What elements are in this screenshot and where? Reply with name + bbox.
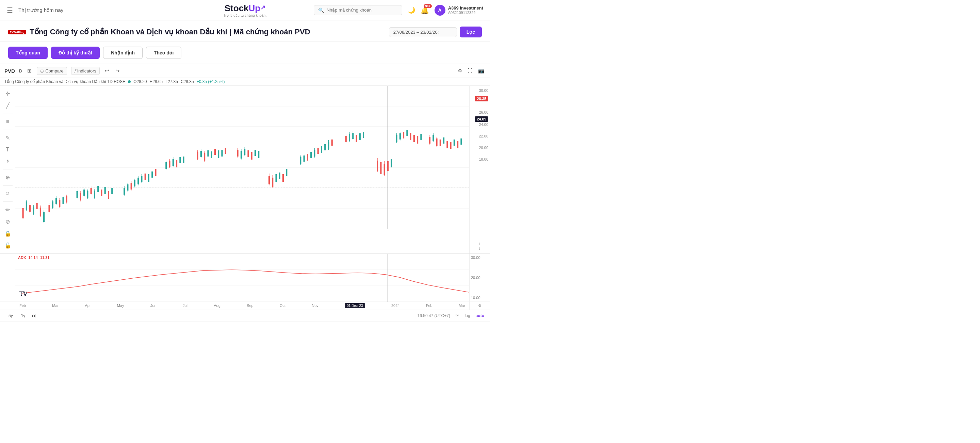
svg-rect-101 bbox=[279, 173, 280, 179]
tab-nhan-dinh[interactable]: Nhận định bbox=[103, 47, 143, 59]
tab-tong-quan[interactable]: Tổng quan bbox=[8, 47, 48, 59]
y-axis-20: 20.00 bbox=[479, 146, 488, 150]
notification-badge: 99+ bbox=[424, 4, 431, 8]
zoom-pct[interactable]: % bbox=[456, 313, 460, 318]
scale-auto[interactable]: auto bbox=[476, 313, 484, 318]
svg-rect-60 bbox=[155, 169, 156, 176]
tab-do-thi-ky-thuat[interactable]: Đồ thị kỹ thuật bbox=[51, 47, 100, 59]
x-may: May bbox=[117, 303, 124, 308]
plus-icon: ⊕ bbox=[40, 68, 44, 73]
chart-settings-icon[interactable]: ⚙ bbox=[478, 303, 482, 308]
svg-rect-155 bbox=[453, 140, 455, 146]
svg-rect-144 bbox=[417, 136, 418, 144]
emoji-tool[interactable]: ☺ bbox=[3, 189, 12, 199]
notification-button[interactable]: 🔔 99+ bbox=[421, 6, 429, 14]
pencil2-tool[interactable]: ✏ bbox=[3, 205, 12, 215]
chart-body[interactable] bbox=[15, 86, 469, 229]
time-1y-button[interactable]: 1y bbox=[18, 313, 28, 319]
chart-info-bar: Tổng Công ty cổ phần Khoan và Dịch vụ kh… bbox=[0, 78, 490, 86]
replay-icon[interactable]: ⏮ bbox=[30, 313, 36, 319]
svg-rect-151 bbox=[440, 140, 441, 146]
scale-log[interactable]: log bbox=[465, 313, 470, 318]
settings-icon[interactable]: ⚙ bbox=[457, 67, 463, 75]
tab-theo-doi[interactable]: Theo dõi bbox=[146, 47, 181, 59]
chart-interval[interactable]: D bbox=[19, 68, 22, 73]
svg-rect-152 bbox=[443, 137, 444, 144]
y-axis-22: 22.00 bbox=[479, 134, 488, 138]
user-info[interactable]: A A369 investment A032109112329 bbox=[434, 5, 483, 16]
chart-toolbar: PVD D ⊞ ⊕ Compare 𝑓 Indicators ↩ ↪ ⚙ ⛶ 📷 bbox=[0, 64, 490, 78]
crosshair-tool[interactable]: ✛ bbox=[3, 89, 12, 99]
filter-button[interactable]: Lọc bbox=[460, 27, 482, 37]
page-header: PVDrilling Tổng Công ty cổ phần Khoan và… bbox=[0, 21, 490, 42]
measure-tool[interactable]: ⌖ bbox=[4, 156, 11, 167]
compare-button[interactable]: ⊕ Compare bbox=[37, 67, 67, 75]
y-axis-30: 30.00 bbox=[479, 89, 488, 92]
adx-label: ADX 14 14 11.31 bbox=[18, 256, 49, 260]
y-axis-24: 24.00 bbox=[479, 122, 488, 127]
x-aug: Aug bbox=[214, 303, 221, 308]
svg-rect-91 bbox=[247, 150, 249, 157]
x-axis: Feb Mar Apr May Jun Jul Aug Sep Oct Nov … bbox=[15, 302, 469, 310]
price-down-icon[interactable]: ↓ bbox=[479, 246, 481, 251]
search-box[interactable]: 🔍 bbox=[314, 5, 402, 15]
left-tools: ✛ ╱ ≡ ✎ T ⌖ ⊕ ☺ ✏ ⊘ 🔒 🔓 bbox=[0, 86, 15, 254]
lock2-tool[interactable]: 🔓 bbox=[2, 240, 13, 251]
search-input[interactable] bbox=[327, 8, 398, 13]
nav-tabs: Tổng quan Đồ thị kỹ thuật Nhận định Theo… bbox=[0, 42, 490, 64]
ohlc-open: O28.20 bbox=[134, 79, 147, 84]
logo: Stock Up ↗ Trợ lý đầu tư chứng khoán. bbox=[223, 3, 267, 17]
price-label-red-28: 28.35 bbox=[475, 96, 488, 102]
svg-rect-141 bbox=[406, 130, 408, 136]
svg-rect-103 bbox=[286, 169, 287, 176]
svg-rect-79 bbox=[207, 150, 208, 157]
svg-rect-156 bbox=[457, 141, 458, 148]
lock-tool[interactable]: 🔒 bbox=[2, 228, 13, 239]
horizontal-line-tool[interactable]: ≡ bbox=[4, 117, 11, 127]
zoom-tool[interactable]: ⊕ bbox=[3, 172, 12, 183]
user-name: A369 investment bbox=[448, 5, 483, 11]
x-feb2: Feb bbox=[426, 303, 433, 308]
menu-icon[interactable]: ☰ bbox=[7, 6, 13, 14]
svg-rect-113 bbox=[321, 146, 322, 153]
ohlc-high: H28.65 bbox=[150, 79, 163, 84]
dark-mode-button[interactable]: 🌙 bbox=[408, 6, 415, 14]
adx-y-10: 10.00 bbox=[471, 296, 488, 300]
pencil-tool[interactable]: ✎ bbox=[3, 133, 12, 143]
svg-rect-125 bbox=[360, 133, 361, 140]
adx-y-20: 20.00 bbox=[471, 276, 488, 280]
svg-rect-43 bbox=[108, 191, 109, 199]
adx-value: 11.31 bbox=[40, 256, 50, 260]
timestamp: 16:50:47 (UTC+7) bbox=[417, 313, 450, 318]
chart-right-axis: 30.00 28.35 26.00 24.89 24.00 22.00 20.0… bbox=[469, 86, 490, 254]
adx-chart-svg bbox=[15, 254, 469, 302]
svg-rect-82 bbox=[218, 150, 219, 158]
avatar: A bbox=[434, 5, 445, 16]
text-tool[interactable]: T bbox=[4, 144, 11, 155]
time-5y-button[interactable]: 5y bbox=[6, 313, 16, 319]
chart-type-icon[interactable]: ⊞ bbox=[26, 67, 33, 75]
magnet-tool[interactable]: ⊘ bbox=[3, 216, 12, 227]
svg-rect-40 bbox=[97, 186, 99, 192]
svg-rect-110 bbox=[310, 152, 312, 158]
svg-rect-80 bbox=[211, 151, 212, 158]
undo-icon[interactable]: ↩ bbox=[104, 67, 110, 75]
x-mar: Mar bbox=[52, 303, 59, 308]
svg-rect-145 bbox=[420, 134, 422, 140]
x-2024: 2024 bbox=[391, 303, 399, 308]
line-tool[interactable]: ╱ bbox=[4, 100, 11, 111]
user-id: A032109112329 bbox=[448, 11, 483, 14]
price-up-icon[interactable]: ↑ bbox=[479, 241, 481, 246]
fullscreen-icon[interactable]: ⛶ bbox=[466, 67, 474, 75]
svg-rect-154 bbox=[450, 142, 452, 149]
adx-container: ADX 14 14 11.31 𝕋𝕍 30.00 20.00 10.00 bbox=[0, 254, 490, 301]
chart-bottom: Feb Mar Apr May Jun Jul Aug Sep Oct Nov … bbox=[0, 301, 490, 310]
camera-icon[interactable]: 📷 bbox=[477, 67, 485, 75]
indicators-button[interactable]: 𝑓 Indicators bbox=[71, 67, 100, 75]
date-range-input[interactable] bbox=[389, 27, 457, 37]
chart-container: PVD D ⊞ ⊕ Compare 𝑓 Indicators ↩ ↪ ⚙ ⛶ 📷… bbox=[0, 64, 490, 322]
x-nov: Nov bbox=[312, 303, 318, 308]
toolbar-right: ⚙ ⛶ 📷 bbox=[457, 67, 485, 75]
redo-icon[interactable]: ↪ bbox=[115, 67, 121, 75]
x-jul: Jul bbox=[183, 303, 188, 308]
